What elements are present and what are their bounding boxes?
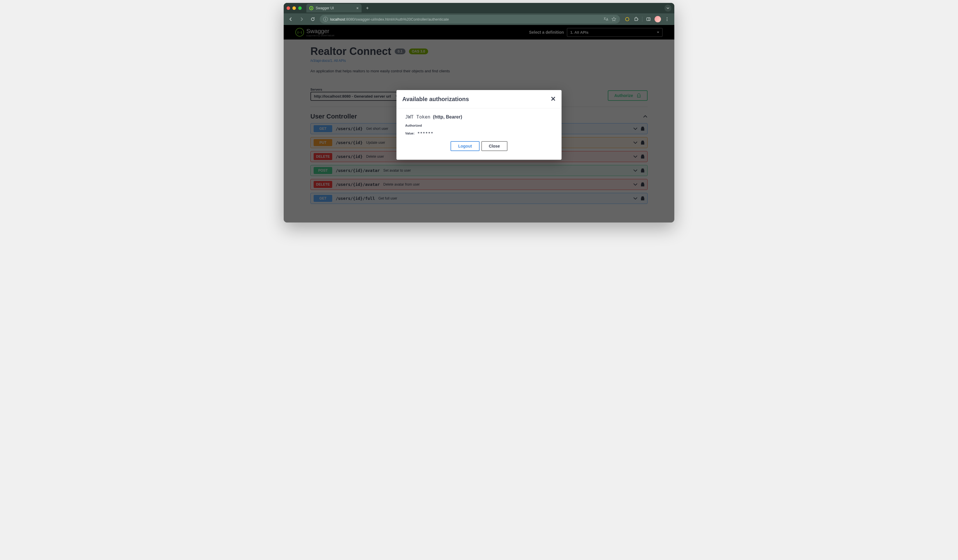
auth-value-row: Value: ******: [405, 131, 553, 135]
svg-point-3: [667, 17, 668, 18]
browser-tab[interactable]: Swagger UI ×: [306, 4, 362, 13]
auth-value: ******: [417, 131, 433, 135]
auth-status: Authorized: [405, 124, 553, 127]
svg-point-0: [625, 17, 629, 21]
new-tab-button[interactable]: +: [364, 5, 371, 12]
auth-scheme-name: JWT Token (http, Bearer): [405, 114, 553, 120]
window-controls[interactable]: [287, 6, 304, 10]
auth-value-label: Value:: [405, 131, 414, 135]
browser-menu-icon[interactable]: [665, 17, 670, 22]
close-button[interactable]: Close: [481, 141, 508, 151]
forward-button[interactable]: [298, 15, 306, 23]
bookmark-star-icon[interactable]: [611, 17, 617, 22]
close-tab-icon[interactable]: ×: [356, 6, 358, 11]
maximize-window-icon[interactable]: [298, 6, 302, 10]
close-window-icon[interactable]: [287, 6, 290, 10]
extension-icon[interactable]: [625, 17, 630, 22]
logout-button[interactable]: Logout: [450, 141, 479, 151]
tab-title: Swagger UI: [316, 6, 334, 10]
svg-point-5: [667, 21, 668, 21]
modal-close-button[interactable]: ✕: [550, 95, 556, 103]
swagger-favicon-icon: [309, 6, 313, 10]
svg-point-4: [667, 19, 668, 20]
minimize-window-icon[interactable]: [292, 6, 296, 10]
auth-modal: Available authorizations ✕ JWT Token (ht…: [397, 90, 561, 160]
side-panel-icon[interactable]: [646, 17, 651, 22]
modal-title: Available authorizations: [402, 96, 469, 103]
profile-avatar[interactable]: [655, 16, 661, 22]
separator: [642, 17, 642, 22]
reload-button[interactable]: [309, 15, 317, 23]
back-button[interactable]: [287, 15, 295, 23]
site-info-icon[interactable]: i: [323, 17, 328, 22]
url-text: localhost:8080/swagger-ui/index.html#/Au…: [330, 17, 449, 22]
extensions-puzzle-icon[interactable]: [633, 17, 639, 22]
svg-rect-1: [647, 18, 650, 21]
translate-icon[interactable]: [603, 17, 608, 22]
address-bar[interactable]: i localhost:8080/swagger-ui/index.html#/…: [320, 15, 620, 24]
tab-list-button[interactable]: [665, 5, 671, 12]
